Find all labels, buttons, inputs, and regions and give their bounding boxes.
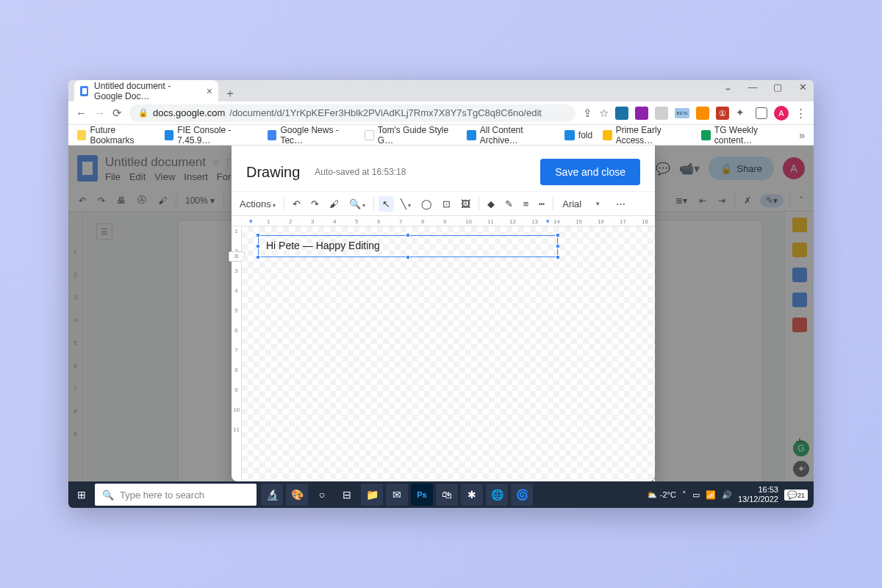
store-icon[interactable]: 🛍 bbox=[436, 484, 458, 506]
start-button[interactable]: ⊞ bbox=[68, 489, 95, 501]
bookmark-favicon bbox=[365, 130, 374, 140]
wifi-icon[interactable]: 📶 bbox=[706, 490, 716, 500]
forward-button[interactable]: → bbox=[94, 107, 105, 119]
bookmark-item[interactable]: Future Bookmarks bbox=[77, 125, 154, 146]
notifications-icon[interactable]: 💬21 bbox=[784, 490, 808, 501]
font-family-select[interactable]: Arial▾ bbox=[558, 198, 609, 209]
bookmark-item[interactable]: All Content Archive… bbox=[467, 125, 553, 146]
textbox-tool-icon[interactable]: ⊡ bbox=[439, 196, 454, 212]
resize-handle[interactable] bbox=[556, 255, 560, 259]
volume-icon[interactable]: 🔊 bbox=[722, 490, 732, 500]
resize-handle[interactable] bbox=[256, 233, 260, 237]
bookmark-item[interactable]: FIE Console - 7.45.9… bbox=[165, 125, 257, 146]
select-tool-icon[interactable]: ↖ bbox=[379, 196, 394, 212]
drawing-canvas-area: ≡ 1 2 3 4 5 6 7 8 9 10 11 Hi Pete — Happ… bbox=[232, 226, 655, 481]
maximize-icon[interactable]: ▢ bbox=[770, 82, 786, 93]
profile-avatar[interactable]: A bbox=[774, 106, 789, 121]
extension-icon[interactable] bbox=[615, 107, 628, 120]
new-tab-button[interactable]: ＋ bbox=[218, 86, 242, 101]
app-icon[interactable]: 🎨 bbox=[286, 484, 308, 506]
share-page-icon[interactable]: ⇪ bbox=[583, 107, 592, 120]
extension-icon[interactable] bbox=[696, 107, 709, 120]
fill-color-icon[interactable]: ◆ bbox=[484, 196, 498, 212]
app-icon[interactable]: 🔬 bbox=[261, 484, 283, 506]
browser-tab[interactable]: Untitled document - Google Doc… × bbox=[74, 80, 218, 101]
lock-icon: 🔒 bbox=[138, 108, 148, 118]
side-panel-add-icon[interactable]: + bbox=[793, 434, 806, 448]
battery-icon[interactable]: ▭ bbox=[692, 490, 700, 500]
resize-handle[interactable] bbox=[406, 233, 410, 237]
minimize-icon[interactable]: — bbox=[745, 82, 761, 93]
redo-icon[interactable]: ↷ bbox=[307, 196, 323, 212]
border-weight-icon[interactable]: ≡ bbox=[520, 196, 533, 212]
shape-tool-icon[interactable]: ◯ bbox=[417, 196, 436, 212]
resize-handle[interactable] bbox=[556, 233, 560, 237]
drawing-canvas[interactable]: Hi Pete — Happy Editing bbox=[242, 226, 655, 481]
actions-menu[interactable]: Actions bbox=[236, 196, 279, 212]
tab-title: Untitled document - Google Doc… bbox=[94, 81, 201, 101]
border-dash-icon[interactable]: ┅ bbox=[535, 196, 548, 212]
resize-handle[interactable] bbox=[256, 244, 260, 248]
text-box-shape[interactable]: Hi Pete — Happy Editing bbox=[258, 235, 558, 257]
reload-button[interactable]: ⟳ bbox=[112, 107, 122, 120]
side-panel-collapse-icon[interactable]: › bbox=[803, 462, 806, 473]
browser-toolbar: ← → ⟳ 🔒 docs.google.com/document/d/1YrKp… bbox=[68, 101, 814, 125]
drawing-ruler-horizontal[interactable]: ▾ 1 2 3 4 5 6 7 8 9 10 11 12 13 ▾ 14 15 … bbox=[232, 216, 655, 226]
cortana-icon[interactable]: ○ bbox=[311, 484, 333, 506]
extension-beta-icon[interactable]: BETA bbox=[675, 108, 689, 118]
drawing-toolbar: Actions ↶ ↷ 🖌 🔍 ↖ ╲ ◯ ⊡ 🖼 ◆ ✎ ≡ ┅ Aria bbox=[232, 191, 655, 216]
extensions-menu-icon[interactable]: ✦ bbox=[736, 107, 749, 120]
resize-handle[interactable] bbox=[406, 255, 410, 259]
taskbar-search[interactable]: 🔍 Type here to search bbox=[95, 484, 257, 506]
back-button[interactable]: ← bbox=[76, 107, 87, 119]
bookmark-item[interactable]: fold bbox=[564, 130, 592, 140]
zoom-icon[interactable]: 🔍 bbox=[345, 196, 369, 212]
tray-overflow-icon[interactable]: ˄ bbox=[682, 490, 686, 500]
chrome-icon[interactable]: 🌐 bbox=[486, 484, 508, 506]
bookmark-star-icon[interactable]: ☆ bbox=[599, 107, 609, 120]
bookmark-item[interactable]: Prime Early Access… bbox=[603, 125, 691, 146]
chrome-window: Untitled document - Google Doc… × ＋ ⌄ — … bbox=[68, 80, 814, 508]
taskbar-clock[interactable]: 16:53 13/12/2022 bbox=[738, 485, 778, 504]
tab-close-icon[interactable]: × bbox=[207, 85, 212, 97]
slack-icon[interactable]: ✱ bbox=[461, 484, 483, 506]
resize-handle[interactable] bbox=[556, 244, 560, 248]
task-view-icon[interactable]: ⊟ bbox=[336, 484, 358, 506]
extension-icon[interactable] bbox=[655, 107, 668, 120]
close-window-icon[interactable]: ✕ bbox=[795, 82, 811, 93]
bookmark-item[interactable]: Google News - Tec… bbox=[268, 125, 354, 146]
drawing-ruler-vertical[interactable]: ≡ 1 2 3 4 5 6 7 8 9 10 11 bbox=[232, 226, 242, 481]
toolbar-actions: ⇪ ☆ BETA ① ✦ A ⋮ bbox=[583, 106, 806, 121]
more-tools-icon[interactable]: ⋯ bbox=[612, 196, 629, 212]
url-host: docs.google.com bbox=[153, 107, 225, 118]
save-close-button[interactable]: Save and close bbox=[540, 159, 640, 185]
tab-dropdown-icon[interactable]: ⌄ bbox=[720, 82, 736, 93]
bookmark-favicon bbox=[268, 130, 276, 140]
system-tray: ⛅ -2°C ˄ ▭ 📶 🔊 16:53 13/12/2022 💬21 bbox=[647, 485, 814, 504]
chrome-menu-icon[interactable]: ⋮ bbox=[795, 107, 806, 120]
google-docs-app: Untitled document ☆ ⬚ File Edit View Ins… bbox=[68, 146, 814, 481]
bookmark-item[interactable]: TG Weekly content… bbox=[701, 125, 789, 146]
mail-icon[interactable]: ✉ bbox=[386, 484, 408, 506]
image-tool-icon[interactable]: 🖼 bbox=[457, 196, 474, 212]
address-bar[interactable]: 🔒 docs.google.com/document/d/1YrKpKEFer3… bbox=[129, 104, 576, 122]
file-explorer-icon[interactable]: 📁 bbox=[361, 484, 383, 506]
side-panel-icon[interactable] bbox=[756, 107, 767, 119]
text-box-content[interactable]: Hi Pete — Happy Editing bbox=[259, 236, 557, 255]
bookmarks-overflow-icon[interactable]: » bbox=[799, 129, 805, 141]
border-color-icon[interactable]: ✎ bbox=[501, 196, 517, 212]
edge-icon[interactable]: 🌀 bbox=[511, 484, 533, 506]
photoshop-icon[interactable]: Ps bbox=[411, 484, 433, 506]
search-placeholder: Type here to search bbox=[120, 490, 204, 501]
resize-handle[interactable] bbox=[256, 255, 260, 259]
undo-icon[interactable]: ↶ bbox=[289, 196, 304, 212]
paint-format-icon[interactable]: 🖌 bbox=[326, 196, 343, 212]
right-indent-marker[interactable]: ▾ bbox=[546, 218, 550, 225]
weather-widget[interactable]: ⛅ -2°C bbox=[647, 490, 676, 500]
left-indent-marker[interactable]: ▾ bbox=[249, 218, 253, 225]
line-tool-icon[interactable]: ╲ bbox=[397, 196, 415, 212]
bookmark-item[interactable]: Tom's Guide Style G… bbox=[365, 125, 456, 146]
extension-icon[interactable]: ① bbox=[716, 107, 729, 120]
extension-icon[interactable] bbox=[635, 107, 648, 120]
weather-icon: ⛅ bbox=[647, 490, 657, 500]
